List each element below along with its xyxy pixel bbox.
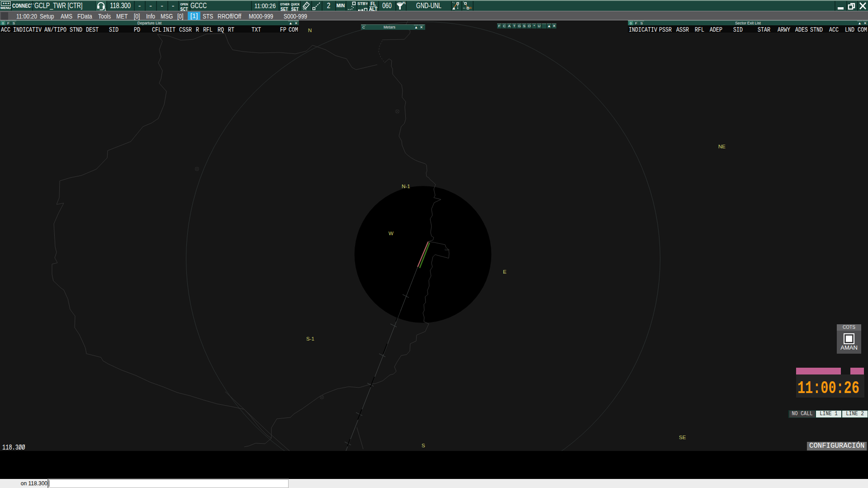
- svg-text:Gan: Gan: [445, 248, 449, 251]
- svg-text:N: N: [308, 28, 312, 33]
- svg-text:N-1: N-1: [402, 184, 410, 189]
- svg-text:SE: SE: [679, 435, 686, 440]
- svg-text:S-1: S-1: [306, 336, 314, 341]
- svg-text:FL: FL: [403, 1, 406, 5]
- svg-text:W: W: [389, 231, 394, 236]
- svg-text:S: S: [422, 443, 425, 448]
- svg-text:E: E: [503, 269, 507, 275]
- svg-text:NE: NE: [718, 144, 726, 149]
